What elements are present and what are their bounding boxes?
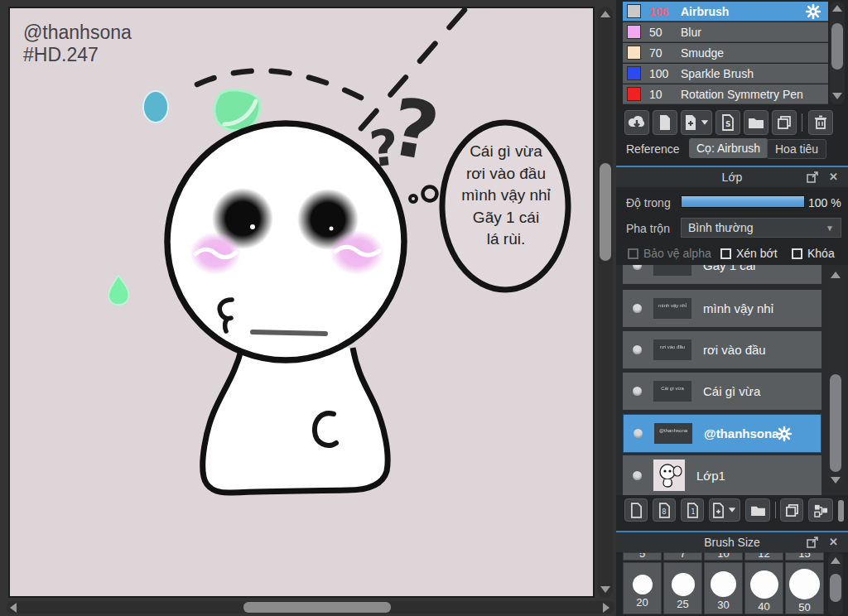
layer-visibility-dot[interactable]: [633, 345, 642, 354]
popout-icon[interactable]: [807, 537, 818, 548]
left-eye-highlight: [250, 224, 255, 229]
delete-brush-button[interactable]: [808, 110, 833, 135]
layer-row-minh-vay-nhi[interactable]: mình vậy nhỉ mình vậy nhỉ: [623, 290, 822, 329]
lock-checkbox[interactable]: Khóa: [792, 247, 835, 260]
layer-row-lop1[interactable]: Lớp1: [623, 455, 822, 495]
alpha-protect-checkbox[interactable]: Bảo vệ alpha: [628, 247, 711, 260]
brush-list-scroll-thumb[interactable]: [831, 23, 843, 70]
merge-layer-button[interactable]: [808, 498, 833, 522]
new-page-icon: [630, 503, 643, 518]
new-1bit-layer-button[interactable]: 1: [681, 498, 704, 522]
scroll-up-arrow[interactable]: [600, 11, 610, 17]
layer-visibility-dot[interactable]: [633, 471, 642, 480]
size-cell-12[interactable]: 12: [744, 552, 783, 561]
brush-color-swatch: [627, 87, 641, 101]
tab-navigator[interactable]: Hoa tiêu: [767, 139, 826, 159]
brush-color-swatch: [627, 25, 641, 39]
popout-icon[interactable]: [807, 171, 818, 183]
layer-visibility-dot[interactable]: [633, 387, 642, 396]
layer-visibility-dot[interactable]: [633, 304, 642, 313]
scroll-left-arrow[interactable]: [10, 603, 17, 613]
duplicate-icon: [785, 503, 799, 517]
canvas-frame: ? ? @thanhsona #HD.247: [0, 0, 616, 616]
size-cell-15[interactable]: 15: [785, 552, 824, 561]
character-body: [203, 348, 388, 493]
add-brush-dropdown-button[interactable]: [681, 110, 712, 135]
close-panel-icon[interactable]: ✕: [829, 171, 838, 183]
duplicate-brush-button[interactable]: [772, 110, 797, 135]
brush-size-scrollbar[interactable]: [828, 552, 843, 616]
svg-text:S: S: [725, 120, 730, 128]
size-cell-20[interactable]: 20: [623, 562, 662, 614]
panel-resize-handle[interactable]: [838, 500, 844, 522]
clipping-checkbox[interactable]: Xén bớt: [720, 247, 778, 260]
layer-list-scroll-thumb[interactable]: [830, 374, 841, 472]
new-brush-button[interactable]: [653, 110, 677, 135]
layer-visibility-dot[interactable]: [633, 265, 642, 270]
checkbox-label: Bảo vệ alpha: [643, 247, 711, 260]
layer-thumbnail: Cái gì vừa: [653, 381, 691, 402]
tab-reference[interactable]: Reference: [626, 142, 680, 156]
brush-size-scroll-thumb[interactable]: [830, 574, 841, 602]
brush-size-circle: [672, 573, 695, 596]
script-brush-button[interactable]: S: [716, 110, 740, 135]
chevron-down-icon: ▼: [826, 224, 834, 233]
bubble-line: rơi vào đầu: [443, 163, 569, 185]
size-cell-40[interactable]: 40: [744, 562, 783, 614]
size-cell-25[interactable]: 25: [663, 562, 702, 614]
brush-cloud-download-button[interactable]: [624, 110, 649, 135]
brush-item-smudge[interactable]: 70 Smudge: [623, 43, 828, 63]
size-cell-10[interactable]: 10: [704, 552, 743, 561]
scroll-down-arrow[interactable]: [832, 93, 842, 99]
scroll-down-arrow[interactable]: [831, 477, 841, 484]
size-cell-50[interactable]: 50: [785, 562, 824, 614]
layer-list: Gãy 1 cái Gãy 1 cái mình vậy nhỉ mình vậ…: [616, 265, 848, 495]
canvas-vertical-scroll-thumb[interactable]: [600, 163, 611, 261]
brush-size-value: 70: [649, 46, 681, 60]
opacity-slider[interactable]: [681, 195, 805, 208]
new-layer-button[interactable]: [624, 498, 648, 522]
layer-row-roi-vao-dau[interactable]: rơi vào đầu rơi vào đầu: [623, 331, 822, 370]
scroll-up-arrow[interactable]: [831, 557, 841, 564]
new-8bit-layer-button[interactable]: 8: [653, 498, 676, 522]
canvas-horizontal-scroll-thumb[interactable]: [243, 602, 391, 613]
layer-row-cai-gi-vua[interactable]: Cái gì vừa Cái gì vừa: [623, 373, 822, 411]
scroll-down-arrow[interactable]: [600, 586, 610, 593]
brush-settings-gear-icon[interactable]: [805, 3, 822, 20]
brush-item-sparkle[interactable]: 100 Sparkle Brush: [623, 64, 828, 84]
drawing-canvas[interactable]: ? ? @thanhsona #HD.247: [8, 7, 595, 598]
watermark-id: #HD.247: [23, 44, 132, 66]
canvas-vertical-scrollbar[interactable]: [598, 7, 613, 598]
scroll-up-arrow[interactable]: [831, 272, 841, 278]
duplicate-layer-button[interactable]: [780, 498, 803, 522]
scroll-right-arrow[interactable]: [603, 603, 610, 613]
brush-size-circle: [750, 570, 778, 599]
tab-brush-active[interactable]: Cọ: Airbrush: [689, 138, 768, 158]
opacity-label: Độ trong: [626, 196, 671, 209]
brush-list-scrollbar[interactable]: [830, 2, 845, 104]
brush-name: Airbrush: [681, 5, 729, 18]
brush-folder-button[interactable]: [744, 110, 768, 135]
layer-thumbnail-art: [653, 460, 685, 491]
layer-thumbnail: Gãy 1 cái: [653, 265, 691, 276]
layer-list-scrollbar[interactable]: [828, 268, 843, 490]
close-panel-icon[interactable]: ✕: [829, 536, 838, 548]
layer-row-gay-1-cai[interactable]: Gãy 1 cái Gãy 1 cái: [623, 265, 822, 286]
brush-item-airbrush[interactable]: 106 Airbrush: [623, 2, 828, 22]
add-layer-dropdown-button[interactable]: [709, 498, 740, 522]
brush-color-swatch: [627, 66, 641, 80]
blend-mode-dropdown[interactable]: Bình thường ▼: [681, 218, 841, 238]
brush-item-blur[interactable]: 50 Blur: [623, 22, 828, 42]
size-cell-7[interactable]: 7: [663, 552, 702, 561]
scroll-up-arrow[interactable]: [832, 5, 842, 12]
size-cell-5[interactable]: 5: [623, 552, 662, 561]
brush-size-panel-header: Brush Size ✕: [616, 532, 848, 552]
layer-name: Cái gì vừa: [703, 384, 760, 398]
layer-name: Gãy 1 cái: [703, 265, 755, 272]
layer-row-thanhsona-selected[interactable]: @thanhsona @thanhsona: [623, 414, 822, 453]
layer-visibility-dot[interactable]: [634, 429, 643, 438]
layer-folder-button[interactable]: [745, 498, 770, 522]
layer-settings-gear-icon[interactable]: [776, 426, 793, 442]
size-cell-30[interactable]: 30: [704, 562, 743, 614]
brush-item-rotation-symmetry[interactable]: 10 Rotation Symmetry Pen: [623, 84, 828, 104]
